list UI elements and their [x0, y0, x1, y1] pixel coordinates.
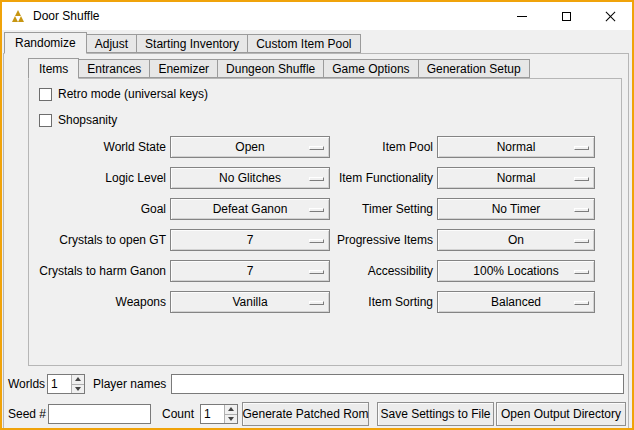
tab-randomize[interactable]: Randomize — [4, 32, 87, 54]
world-state-value: Open — [235, 140, 264, 154]
accessibility-value: 100% Locations — [473, 264, 558, 278]
item-sorting-dropdown[interactable]: Balanced — [437, 291, 595, 313]
retro-mode-checkbox-row[interactable]: Retro mode (universal keys) — [39, 86, 208, 102]
shopsanity-label: Shopsanity — [58, 113, 117, 127]
randomize-pane: Items Entrances Enemizer Dungeon Shuffle… — [3, 53, 629, 429]
arrow-up-icon — [228, 407, 234, 411]
form-row: Crystals to harm Ganon 7 Accessibility 1… — [29, 256, 621, 287]
player-names-input[interactable] — [171, 374, 624, 394]
tab-enemizer[interactable]: Enemizer — [149, 59, 218, 78]
weapons-label: Weapons — [29, 291, 166, 313]
worlds-spinner[interactable]: 1 — [47, 374, 85, 394]
tab-adjust[interactable]: Adjust — [86, 34, 137, 53]
tab-entrances[interactable]: Entrances — [78, 59, 150, 78]
window-controls — [500, 2, 632, 30]
player-names-label: Player names — [93, 374, 166, 394]
progressive-items-label: Progressive Items — [301, 229, 433, 251]
crystals-gt-value: 7 — [247, 233, 254, 247]
dropdown-indicator-icon — [574, 177, 589, 181]
door-shuffle-window: Door Shuffle Randomize Adjust Starting I… — [0, 0, 634, 430]
arrow-down-icon — [228, 417, 234, 421]
world-state-label: World State — [29, 136, 166, 158]
seed-label: Seed # — [8, 402, 46, 422]
spinner-arrows — [71, 375, 84, 393]
dropdown-indicator-icon — [574, 146, 589, 150]
tab-starting-inventory[interactable]: Starting Inventory — [136, 34, 248, 53]
dropdown-indicator-icon — [574, 270, 589, 274]
items-pane: Retro mode (universal keys) Shopsanity W… — [28, 78, 622, 366]
tab-items[interactable]: Items — [28, 58, 79, 79]
tab-game-options[interactable]: Game Options — [323, 59, 418, 78]
form-row: Crystals to open GT 7 Progressive Items … — [29, 225, 621, 256]
secondary-tab-bar: Items Entrances Enemizer Dungeon Shuffle… — [28, 58, 529, 78]
count-spinner[interactable]: 1 — [200, 404, 238, 424]
item-functionality-dropdown[interactable]: Normal — [437, 167, 595, 189]
worlds-label: Worlds — [8, 374, 45, 394]
arrow-down-icon — [75, 387, 81, 391]
shopsanity-checkbox[interactable] — [39, 114, 52, 127]
minimize-button[interactable] — [500, 2, 544, 30]
shopsanity-checkbox-row[interactable]: Shopsanity — [39, 112, 117, 128]
arrow-up-icon — [75, 377, 81, 381]
crystals-gt-label: Crystals to open GT — [29, 229, 166, 251]
item-sorting-label: Item Sorting — [301, 291, 433, 313]
tab-custom-item-pool[interactable]: Custom Item Pool — [247, 34, 360, 53]
logic-level-value: No Glitches — [219, 171, 281, 185]
app-icon — [10, 8, 26, 24]
item-functionality-label: Item Functionality — [301, 167, 433, 189]
count-value: 1 — [201, 405, 224, 423]
maximize-icon — [562, 12, 571, 21]
titlebar[interactable]: Door Shuffle — [2, 2, 632, 30]
count-increment-button[interactable] — [225, 405, 237, 414]
close-icon — [605, 11, 616, 22]
item-functionality-value: Normal — [497, 171, 536, 185]
close-button[interactable] — [588, 2, 632, 30]
goal-value: Defeat Ganon — [213, 202, 288, 216]
weapons-value: Vanilla — [232, 295, 267, 309]
timer-setting-value: No Timer — [492, 202, 541, 216]
item-pool-value: Normal — [497, 140, 536, 154]
primary-tab-bar: Randomize Adjust Starting Inventory Cust… — [4, 32, 360, 53]
options-grid: World State Open Item Pool Normal Logic … — [29, 132, 621, 318]
tab-generation-setup[interactable]: Generation Setup — [418, 59, 530, 78]
minimize-icon — [517, 16, 527, 17]
item-pool-dropdown[interactable]: Normal — [437, 136, 595, 158]
form-row: Weapons Vanilla Item Sorting Balanced — [29, 287, 621, 318]
item-sorting-value: Balanced — [491, 295, 541, 309]
form-row: Logic Level No Glitches Item Functionali… — [29, 163, 621, 194]
timer-setting-label: Timer Setting — [301, 198, 433, 220]
window-title: Door Shuffle — [33, 9, 100, 23]
form-row: World State Open Item Pool Normal — [29, 132, 621, 163]
progressive-items-value: On — [508, 233, 524, 247]
accessibility-label: Accessibility — [301, 260, 433, 282]
spinner-arrows — [224, 405, 237, 423]
item-pool-label: Item Pool — [301, 136, 433, 158]
crystals-ganon-label: Crystals to harm Ganon — [29, 260, 166, 282]
worlds-increment-button[interactable] — [72, 375, 84, 384]
save-settings-button[interactable]: Save Settings to File — [377, 402, 494, 426]
generate-patched-rom-button[interactable]: Generate Patched Rom — [242, 402, 369, 426]
worlds-value: 1 — [48, 375, 71, 393]
maximize-button[interactable] — [544, 2, 588, 30]
retro-mode-checkbox[interactable] — [39, 88, 52, 101]
goal-label: Goal — [29, 198, 166, 220]
count-label: Count — [162, 402, 194, 422]
timer-setting-dropdown[interactable]: No Timer — [437, 198, 595, 220]
dropdown-indicator-icon — [574, 208, 589, 212]
accessibility-dropdown[interactable]: 100% Locations — [437, 260, 595, 282]
retro-mode-label: Retro mode (universal keys) — [58, 87, 208, 101]
dropdown-indicator-icon — [574, 301, 589, 305]
dropdown-indicator-icon — [574, 239, 589, 243]
form-row: Goal Defeat Ganon Timer Setting No Timer — [29, 194, 621, 225]
open-output-directory-button[interactable]: Open Output Directory — [496, 402, 626, 426]
count-decrement-button[interactable] — [225, 414, 237, 424]
progressive-items-dropdown[interactable]: On — [437, 229, 595, 251]
seed-input[interactable] — [48, 404, 151, 424]
worlds-decrement-button[interactable] — [72, 384, 84, 394]
tab-dungeon-shuffle[interactable]: Dungeon Shuffle — [217, 59, 324, 78]
crystals-ganon-value: 7 — [247, 264, 254, 278]
logic-level-label: Logic Level — [29, 167, 166, 189]
